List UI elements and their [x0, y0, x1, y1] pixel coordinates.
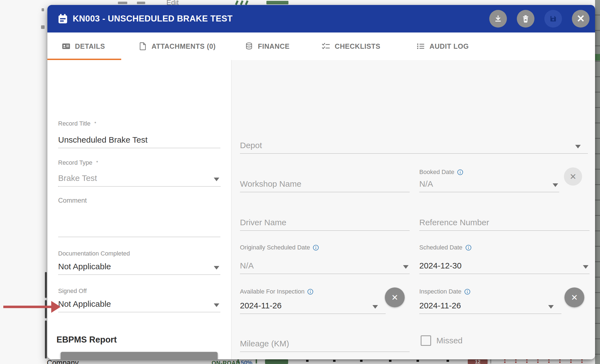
- clear-x-icon: ✕: [569, 172, 576, 181]
- reference-number-input[interactable]: Reference Number: [419, 213, 590, 231]
- record-title-value: Unscheduled Brake Test: [58, 135, 148, 145]
- missed-label: Missed: [436, 336, 463, 345]
- comment-label-text: Comment: [58, 197, 87, 204]
- tab-attachments[interactable]: ATTACHMENTS (0): [139, 32, 216, 60]
- depot-select[interactable]: Depot: [240, 135, 588, 154]
- background-red-tick: [515, 362, 517, 363]
- annotation-arrow: [0, 300, 63, 313]
- documentation-completed-select[interactable]: Not Applicable: [58, 258, 220, 275]
- background-dot: [417, 360, 419, 362]
- info-icon[interactable]: [313, 245, 319, 251]
- screenshot-root: Edit Company ON-ROAD 50% 12: [0, 0, 600, 364]
- comment-label: Comment: [58, 197, 87, 204]
- background-dot: [360, 360, 363, 362]
- list-icon: [416, 42, 425, 51]
- missed-checkbox[interactable]: [421, 335, 431, 346]
- signed-off-value: Not Applicable: [58, 299, 111, 309]
- background-text-fragment: [42, 8, 44, 11]
- scheduled-date-label-text: Scheduled Date: [419, 244, 463, 251]
- record-title-input[interactable]: Unscheduled Brake Test: [58, 131, 220, 148]
- dropdown-arrow-icon[interactable]: [214, 178, 219, 181]
- driver-name-input[interactable]: Driver Name: [240, 213, 410, 231]
- background-text-fragment: [41, 25, 45, 29]
- reset-ebpms-button[interactable]: RESET EBPMS SYSTEM: [61, 352, 218, 359]
- info-icon[interactable]: [465, 245, 472, 251]
- modal-title: KN003 - UNSCHEDULED BRAKE TEST: [73, 14, 233, 24]
- originally-scheduled-date-value: N/A: [240, 261, 254, 270]
- booked-date-select[interactable]: N/A: [419, 178, 559, 192]
- checklist-icon: [321, 42, 330, 51]
- signed-off-select[interactable]: Not Applicable: [58, 295, 220, 312]
- save-button[interactable]: [544, 10, 562, 28]
- record-type-label-text: Record Type: [58, 159, 92, 166]
- background-red-tick: [504, 362, 506, 363]
- available-for-inspection-clear-button[interactable]: ✕: [385, 287, 405, 307]
- depot-placeholder: Depot: [240, 141, 262, 150]
- background-text-fragment: [118, 2, 127, 4]
- record-title-label-text: Record Title: [58, 120, 90, 127]
- dropdown-arrow-icon[interactable]: [214, 303, 219, 307]
- background-red-tick: [526, 362, 528, 363]
- dropdown-arrow-icon[interactable]: [553, 183, 558, 187]
- background-red-tick: [537, 362, 539, 363]
- required-mark: *: [96, 160, 98, 165]
- booked-date-label-text: Booked Date: [419, 169, 454, 176]
- background-company-label: Company: [47, 359, 79, 364]
- delete-button[interactable]: [517, 10, 534, 28]
- workshop-name-input[interactable]: Workshop Name: [240, 175, 410, 192]
- inspection-date-select[interactable]: 2024-11-26: [419, 299, 561, 314]
- background-green-badge: [266, 1, 288, 4]
- download-icon: [494, 14, 502, 23]
- driver-name-placeholder: Driver Name: [240, 218, 286, 227]
- record-title-label: Record Title*: [58, 120, 96, 127]
- background-dot: [389, 360, 391, 362]
- inspection-date-value: 2024-11-26: [419, 301, 461, 310]
- info-icon[interactable]: [307, 289, 313, 295]
- inspection-date-clear-button[interactable]: ✕: [564, 287, 584, 307]
- tab-finance[interactable]: FINANCE: [245, 32, 290, 60]
- background-green-mark: [240, 0, 244, 5]
- scheduled-date-select[interactable]: 2024-12-30: [419, 256, 590, 274]
- download-button[interactable]: [489, 10, 507, 28]
- dropdown-arrow-icon[interactable]: [575, 145, 581, 148]
- service-record-modal: KN003 - UNSCHEDULED BRAKE TEST: [47, 5, 595, 359]
- documentation-completed-value: Not Applicable: [58, 262, 111, 271]
- background-right-column-strip: [595, 0, 600, 364]
- booked-date-label: Booked Date: [419, 169, 463, 176]
- background-dot: [447, 360, 449, 362]
- dropdown-arrow-icon[interactable]: [214, 266, 219, 270]
- available-for-inspection-select[interactable]: 2024-11-26: [240, 299, 386, 314]
- record-type-value: Brake Test: [58, 173, 97, 183]
- available-for-inspection-label-text: Available For Inspection: [240, 288, 304, 295]
- workshop-name-placeholder: Workshop Name: [240, 179, 301, 189]
- tab-label: AUDIT LOG: [429, 42, 469, 50]
- available-for-inspection-value: 2024-11-26: [240, 301, 282, 310]
- dropdown-arrow-icon[interactable]: [583, 265, 588, 269]
- close-icon: ✕: [577, 14, 585, 24]
- tab-label: DETAILS: [75, 42, 105, 50]
- background-trend-bar: [237, 359, 239, 363]
- record-type-select[interactable]: Brake Test: [58, 169, 220, 187]
- document-icon: [139, 42, 147, 51]
- tab-details[interactable]: DETAILS: [62, 32, 105, 60]
- scheduled-date-label: Scheduled Date: [419, 244, 472, 251]
- background-dot: [333, 360, 336, 362]
- originally-scheduled-date-select[interactable]: N/A: [240, 256, 410, 274]
- scheduled-date-value: 2024-12-30: [419, 261, 461, 270]
- dropdown-arrow-icon[interactable]: [403, 265, 409, 269]
- close-button[interactable]: ✕: [572, 10, 590, 28]
- background-red-badge: 12: [468, 359, 488, 364]
- comment-textarea[interactable]: [58, 206, 220, 237]
- tab-bar: DETAILS ATTACHMENTS (0): [47, 32, 595, 61]
- info-icon[interactable]: [457, 169, 463, 175]
- info-icon[interactable]: [464, 289, 471, 295]
- tab-checklists[interactable]: CHECKLISTS: [321, 32, 380, 60]
- tab-audit-log[interactable]: AUDIT LOG: [416, 32, 469, 60]
- tab-label: FINANCE: [258, 42, 290, 50]
- background-dot: [306, 360, 309, 362]
- coins-icon: [245, 42, 253, 51]
- mileage-input[interactable]: Mileage (KM): [240, 335, 410, 352]
- dropdown-arrow-icon[interactable]: [548, 305, 554, 309]
- booked-date-clear-button[interactable]: ✕: [564, 167, 582, 186]
- dropdown-arrow-icon[interactable]: [372, 305, 378, 309]
